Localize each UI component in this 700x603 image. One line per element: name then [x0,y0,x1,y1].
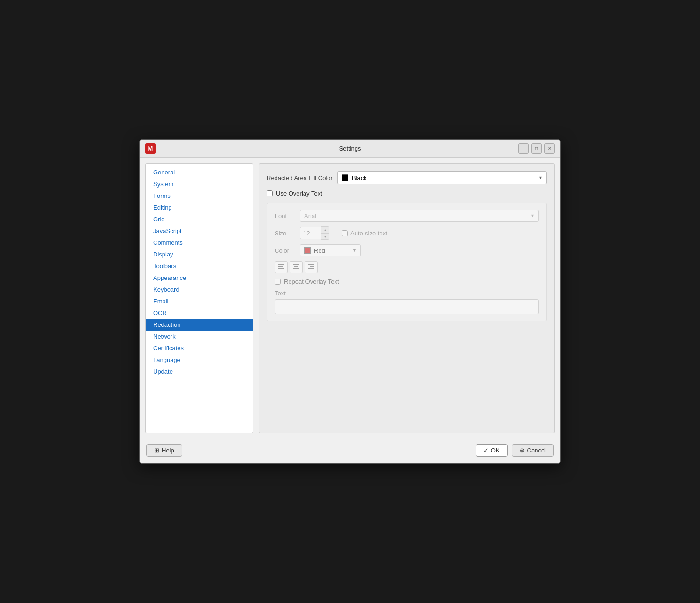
cancel-label: Cancel [527,447,546,454]
sidebar-item-system[interactable]: System [146,178,253,190]
help-button[interactable]: ⊞ Help [146,444,182,457]
fill-color-row: Redacted Area Fill Color Black [267,171,547,184]
titlebar: M Settings — □ ✕ [140,140,560,158]
svg-rect-1 [278,266,283,267]
sidebar-item-redaction[interactable]: Redaction [146,319,253,331]
sidebar-item-keyboard[interactable]: Keyboard [146,284,253,295]
maximize-button[interactable]: □ [531,143,542,154]
sidebar-item-editing[interactable]: Editing [146,202,253,213]
use-overlay-row: Use Overlay Text [267,190,547,197]
settings-window: M Settings — □ ✕ General System Forms Ed… [139,139,561,464]
sidebar-item-email[interactable]: Email [146,295,253,307]
text-input[interactable] [275,299,539,314]
size-input[interactable]: 12 [300,227,321,239]
color-label: Color [275,247,295,254]
size-increment-button[interactable]: ▲ [321,227,329,233]
overlay-settings-panel: Font Arial Size 12 ▲ ▼ [267,203,547,321]
close-button[interactable]: ✕ [544,143,555,154]
fill-color-swatch [342,174,348,181]
svg-rect-3 [293,264,299,265]
ok-label: OK [491,447,500,454]
align-buttons-group [275,261,539,273]
align-left-icon [278,264,284,270]
cancel-icon: ⊗ [520,447,525,454]
minimize-button[interactable]: — [518,143,529,154]
content-area: Redacted Area Fill Color Black Use Overl… [259,163,555,433]
align-center-button[interactable] [290,261,303,273]
color-swatch [304,247,311,254]
sidebar-item-appearance[interactable]: Appearance [146,272,253,284]
svg-rect-8 [308,268,314,269]
align-center-icon [293,264,299,270]
titlebar-left: M [145,143,156,154]
font-label: Font [275,212,295,219]
text-label: Text [275,290,539,297]
svg-rect-6 [308,264,314,265]
sidebar-item-toolbars[interactable]: Toolbars [146,260,253,272]
fill-color-select[interactable]: Black [337,171,547,184]
sidebar-item-grid[interactable]: Grid [146,213,253,225]
titlebar-controls: — □ ✕ [518,143,555,154]
auto-size-row: Auto-size text [342,230,387,237]
ok-button[interactable]: ✓ OK [476,444,508,457]
size-spin-buttons: ▲ ▼ [321,226,329,240]
repeat-overlay-checkbox[interactable] [275,279,281,285]
app-icon: M [145,143,156,154]
fill-color-label: Redacted Area Fill Color [267,174,333,181]
color-select[interactable]: Red [300,244,361,256]
sidebar-item-language[interactable]: Language [146,354,253,366]
color-value: Red [314,247,325,254]
align-right-button[interactable] [305,261,318,273]
footer-right: ✓ OK ⊗ Cancel [476,444,554,457]
use-overlay-label[interactable]: Use Overlay Text [276,190,322,197]
sidebar-item-certificates[interactable]: Certificates [146,342,253,354]
sidebar-item-general[interactable]: General [146,166,253,178]
size-decrement-button[interactable]: ▼ [321,233,329,239]
repeat-overlay-label[interactable]: Repeat Overlay Text [284,278,339,285]
window-body: General System Forms Editing Grid JavaSc… [140,158,560,439]
footer-left: ⊞ Help [146,444,182,457]
svg-rect-2 [278,268,284,269]
size-row: Size 12 ▲ ▼ Auto-size text [275,226,539,240]
size-label: Size [275,230,295,237]
window-footer: ⊞ Help ✓ OK ⊗ Cancel [140,439,560,463]
sidebar: General System Forms Editing Grid JavaSc… [145,163,253,433]
sidebar-item-network[interactable]: Network [146,331,253,342]
sidebar-item-forms[interactable]: Forms [146,190,253,202]
svg-rect-7 [310,266,314,267]
font-row: Font Arial [275,210,539,222]
sidebar-item-javascript[interactable]: JavaScript [146,225,253,237]
help-icon: ⊞ [154,447,159,454]
color-row: Color Red [275,244,539,256]
size-input-wrapper: 12 ▲ ▼ [300,226,329,240]
align-left-button[interactable] [275,261,288,273]
auto-size-checkbox[interactable] [342,230,348,236]
svg-rect-4 [294,266,298,267]
sidebar-item-update[interactable]: Update [146,366,253,377]
font-value: Arial [304,212,316,219]
sidebar-item-ocr[interactable]: OCR [146,307,253,319]
font-select[interactable]: Arial [300,210,539,222]
check-icon: ✓ [484,447,489,454]
repeat-overlay-row: Repeat Overlay Text [275,278,539,285]
window-title: Settings [339,145,361,152]
align-right-icon [308,264,314,270]
sidebar-item-display[interactable]: Display [146,249,253,260]
use-overlay-checkbox[interactable] [267,190,273,196]
cancel-button[interactable]: ⊗ Cancel [512,444,554,457]
auto-size-label[interactable]: Auto-size text [350,230,387,237]
text-section: Text [275,290,539,314]
help-label: Help [162,447,174,454]
sidebar-item-comments[interactable]: Comments [146,237,253,249]
fill-color-value: Black [352,174,367,181]
svg-rect-0 [278,264,284,265]
svg-rect-5 [293,268,299,269]
